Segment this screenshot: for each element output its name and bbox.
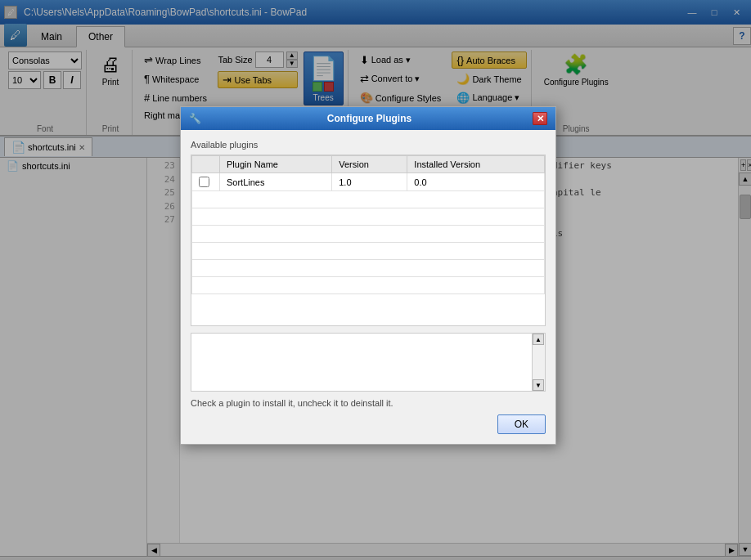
plugin-sortlines-checkbox[interactable]	[199, 177, 209, 187]
plugin-desc-container: ▲ ▼	[191, 333, 546, 392]
col-version: Version	[332, 156, 407, 173]
dialog-close-button[interactable]: ✕	[533, 112, 547, 125]
col-name: Plugin Name	[220, 156, 332, 173]
plugin-name-cell: SortLines	[220, 173, 332, 191]
col-check	[192, 156, 220, 173]
dialog-title-text: Configure Plugins	[327, 113, 411, 124]
plugin-installed-cell: 0.0	[407, 173, 545, 191]
plugin-row-sortlines: SortLines 1.0 0.0	[192, 173, 545, 191]
desc-scroll-up[interactable]: ▲	[533, 334, 544, 345]
dialog-title-icon: 🔧	[189, 113, 201, 124]
empty-row-2	[192, 208, 545, 226]
desc-scroll-down[interactable]: ▼	[533, 379, 544, 391]
dialog-overlay: 🔧 Configure Plugins ✕ Available plugins …	[0, 0, 751, 560]
dialog-buttons: OK	[191, 414, 546, 434]
empty-row-1	[192, 191, 545, 208]
available-plugins-label: Available plugins	[191, 140, 546, 150]
dialog-body: Available plugins Plugin Name Version In…	[181, 130, 555, 444]
dialog-title-bar: 🔧 Configure Plugins ✕	[181, 107, 555, 130]
empty-row-5	[192, 260, 545, 277]
desc-scrollbar: ▲ ▼	[532, 334, 545, 391]
plugin-table-container[interactable]: Plugin Name Version Installed Version	[191, 155, 546, 326]
dialog-footer-text: Check a plugin to install it, uncheck it…	[191, 398, 546, 408]
col-installed: Installed Version	[407, 156, 545, 173]
empty-row-6	[192, 277, 545, 294]
plugin-table: Plugin Name Version Installed Version	[191, 155, 545, 294]
empty-row-4	[192, 243, 545, 260]
plugin-table-header-row: Plugin Name Version Installed Version	[192, 156, 545, 173]
plugin-checkbox-wrapper	[199, 177, 213, 187]
desc-scroll-track[interactable]	[533, 345, 545, 379]
plugin-check-cell[interactable]	[192, 173, 220, 191]
ok-button[interactable]: OK	[497, 414, 546, 434]
empty-row-3	[192, 226, 545, 243]
plugin-desc-area[interactable]	[191, 334, 532, 391]
configure-plugins-dialog: 🔧 Configure Plugins ✕ Available plugins …	[180, 106, 556, 445]
plugin-version-cell: 1.0	[332, 173, 407, 191]
